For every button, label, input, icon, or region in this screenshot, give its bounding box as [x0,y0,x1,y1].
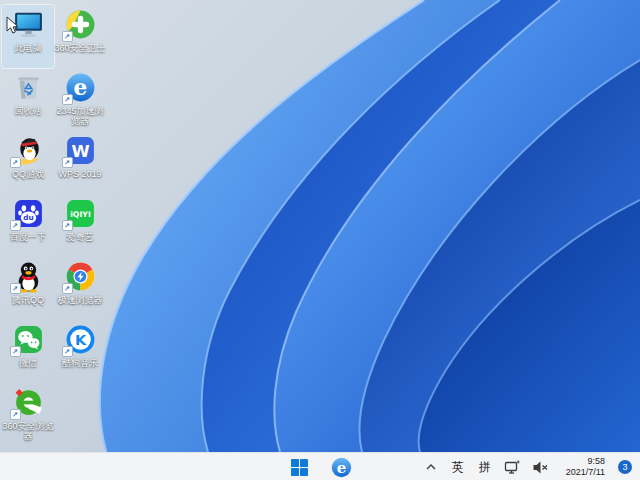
shortcut-arrow-icon: ↗ [62,94,73,105]
tencent-qq-icon: ↗ [12,260,45,293]
desktop-icon-qq-games[interactable]: ↗ QQ游戏 [2,131,54,194]
network-icon[interactable] [504,460,521,475]
desktop-icon-2345-browser[interactable]: ↗ e 2345加速浏览器 [54,68,106,131]
taskbar: e 英 拼 9:58 2021/7/11 3 [0,452,640,480]
desktop-icon-label: 360安全浏览器 [2,421,54,442]
ime-pinyin-indicator[interactable]: 拼 [477,459,493,476]
iqiyi-icon: ↗ iQIYI [64,197,97,230]
speed-browser-icon: ↗ [64,260,97,293]
desktop-icon-label: WPS 2019 [58,169,101,179]
shortcut-arrow-icon: ↗ [62,283,73,294]
mouse-cursor [6,16,19,39]
desktop-icon-wps-2019[interactable]: ↗ W WPS 2019 [54,131,106,194]
desktop-icon-360-safe[interactable]: ↗ 360安全卫士 [54,5,106,68]
taskbar-center-icons: e [286,453,354,480]
clock-date: 2021/7/11 [566,467,605,478]
shortcut-arrow-icon: ↗ [10,157,21,168]
desktop-icon-label: 微信 [19,358,37,368]
svg-text:iQIYI: iQIYI [70,210,91,219]
svg-text:e: e [336,458,346,476]
desktop-icon-label: 百度一下 [10,232,46,242]
wechat-icon: ↗ [12,323,45,356]
desktop-icon-wechat[interactable]: ↗ 微信 [2,320,54,383]
desktop-icon-tencent-qq[interactable]: ↗ 腾讯QQ [2,257,54,320]
start-button[interactable] [286,455,312,479]
browser-e-icon: e [330,456,353,479]
desktop-icon-iqiyi[interactable]: ↗ iQIYI 爱奇艺 [54,194,106,257]
recycle-bin-icon [12,71,45,104]
svg-text:du: du [23,213,33,222]
360-secure-browser-icon: ↗ [12,386,45,419]
360-safe-icon: ↗ [64,8,97,41]
shortcut-arrow-icon: ↗ [62,220,73,231]
baidu-icon: ↗ du [12,197,45,230]
desktop-icon-label: 爱奇艺 [67,232,94,242]
windows-logo-icon [291,459,308,476]
shortcut-arrow-icon: ↗ [10,409,21,420]
shortcut-arrow-icon: ↗ [62,31,73,42]
desktop-icon-label: QQ游戏 [12,169,44,179]
notification-badge[interactable]: 3 [618,460,632,474]
chevron-up-icon[interactable] [423,460,439,474]
shortcut-arrow-icon: ↗ [10,220,21,231]
volume-muted-icon[interactable] [532,460,549,475]
desktop-icon-label: 2345加速浏览器 [54,106,106,127]
shortcut-arrow-icon: ↗ [62,346,73,357]
desktop-icon-360-secure-browser[interactable]: ↗ 360安全浏览器 [2,383,54,446]
kugou-music-icon: ↗ K [64,323,97,356]
shortcut-arrow-icon: ↗ [10,283,21,294]
desktop-icon-grid: 此电脑 ↗ 360安全卫士 回收站 ↗ e 2345加速浏览器 ↗ QQ游戏 ↗ [2,5,106,446]
desktop-icon-baidu[interactable]: ↗ du 百度一下 [2,194,54,257]
pinned-browser-button[interactable]: e [328,455,354,479]
desktop-icon-label: 酷狗音乐 [62,358,98,368]
desktop-icon-speed-browser[interactable]: ↗ 极速浏览器 [54,257,106,320]
desktop-icon-label: 360安全卫士 [54,43,105,53]
taskbar-clock[interactable]: 9:58 2021/7/11 [566,456,605,478]
wps-2019-icon: ↗ W [64,134,97,167]
ime-language-indicator[interactable]: 英 [450,459,466,476]
desktop-icon-recycle-bin[interactable]: 回收站 [2,68,54,131]
desktop-icon-label: 此电脑 [15,43,42,53]
desktop-icon-kugou-music[interactable]: ↗ K 酷狗音乐 [54,320,106,383]
qq-games-icon: ↗ [12,134,45,167]
svg-text:K: K [74,332,86,348]
desktop-icon-label: 回收站 [15,106,42,116]
clock-time: 9:58 [566,456,605,467]
svg-text:e: e [73,75,87,100]
taskbar-tray: 英 拼 9:58 2021/7/11 3 [423,453,632,480]
shortcut-arrow-icon: ↗ [10,346,21,357]
desktop-icon-label: 腾讯QQ [12,295,44,305]
desktop-wallpaper: 此电脑 ↗ 360安全卫士 回收站 ↗ e 2345加速浏览器 ↗ QQ游戏 ↗ [0,0,640,452]
svg-text:W: W [71,142,89,161]
2345-browser-icon: ↗ e [64,71,97,104]
desktop-icon-label: 极速浏览器 [58,295,103,305]
shortcut-arrow-icon: ↗ [62,157,73,168]
